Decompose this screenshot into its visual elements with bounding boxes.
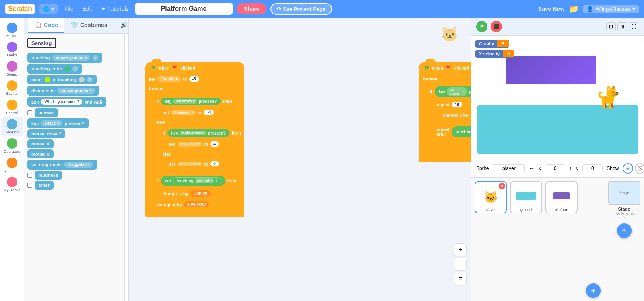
forever-block[interactable]: forever <box>145 84 244 93</box>
mouse-down-block[interactable]: mouse down? <box>27 129 121 138</box>
project-title-input[interactable] <box>135 3 233 15</box>
script-area: ⚑ when 🚩 clicked set Gravity ▾ to -5 for… <box>129 18 471 301</box>
key-pressed-block[interactable]: key space ▾ pressed? <box>27 118 121 128</box>
backdrops-count: 1 <box>623 216 625 220</box>
ask-block[interactable]: ask What's your name? and wait <box>27 97 121 107</box>
tutorials-button[interactable]: ✦ Tutorials <box>99 4 131 14</box>
sprite-label: Sprite <box>476 166 489 171</box>
sidebar-item-sensing[interactable]: Sensing <box>1 117 23 136</box>
stage-panel: ⚑ ⬛ ⊡ ⊞ ⛶ Gravity 5 X velocity 0 <box>471 18 644 301</box>
sound-label: Sound <box>6 72 17 76</box>
sprite-delete-player[interactable]: ✕ <box>499 183 505 189</box>
hat-block-left[interactable]: ⚑ when 🚩 clicked <box>145 62 244 74</box>
sprite-thumb-platform[interactable]: platform <box>545 181 578 213</box>
sprite-info: Sprite ↔ x ↕ y Show 👁 🚫 Size Direction <box>471 160 644 177</box>
see-project-button[interactable]: ⟳ See Project Page <box>270 3 332 15</box>
distance-to-block[interactable]: distance to mouse-pointer ▾ <box>27 86 121 96</box>
stage-thumbnail[interactable]: Stage <box>608 181 640 205</box>
zoom-in-button[interactable]: + <box>454 243 467 256</box>
set-gravity-block[interactable]: set Gravity ▾ to -5 <box>145 74 244 84</box>
small-stage-button[interactable]: ⊡ <box>606 22 616 31</box>
file-menu[interactable]: File <box>62 4 76 14</box>
add-sprite-button[interactable]: + <box>586 283 601 298</box>
show-hidden-button[interactable]: 🚫 <box>635 163 644 174</box>
sidebar-item-looks[interactable]: Looks <box>1 40 23 59</box>
mouse-y-block[interactable]: mouse y <box>27 149 121 158</box>
set-drag-mode-block[interactable]: set drag mode draggable ▾ <box>27 160 121 170</box>
x-label: x <box>539 166 541 171</box>
share-button[interactable]: Share <box>237 3 267 14</box>
scratch-logo[interactable]: Scratch <box>5 4 35 14</box>
scratch-cat-icon: 🐱 <box>441 26 459 43</box>
globe-chevron: ▾ <box>51 6 54 12</box>
editor-tabs: 📋 Code 👕 Costumes 🔊 Sounds <box>24 18 128 34</box>
user-avatar-icon: 👤 <box>587 6 593 12</box>
script-group-left: ⚑ when 🚩 clicked set Gravity ▾ to -5 for… <box>145 62 244 217</box>
user-avatar[interactable]: 👤 WiingyClasses ▾ <box>583 5 639 13</box>
sidebar-item-events[interactable]: Events <box>1 79 23 97</box>
sidebar-item-variables[interactable]: Variables <box>1 156 23 174</box>
folder-icon[interactable]: 📁 <box>569 4 579 14</box>
sprite-thumb-ground[interactable]: ground <box>510 181 542 213</box>
user-chevron: ▾ <box>632 6 635 12</box>
normal-stage-button[interactable]: ⊞ <box>617 22 627 31</box>
view-buttons: ⊡ ⊞ ⛶ <box>606 22 639 31</box>
script-group-right: ⚑ when 🚩 clicked forever if key up arrow… <box>419 62 471 162</box>
looks-label: Looks <box>7 53 17 57</box>
categories-panel: Motion Looks Sound Events Control Sensin… <box>0 18 24 301</box>
gravity-monitor: Gravity 5 <box>475 40 509 48</box>
sprite-stage-area: ✕ 🐱 player ground platform + <box>471 177 644 301</box>
edit-menu[interactable]: Edit <box>80 4 95 14</box>
fullscreen-button[interactable]: ⛶ <box>629 22 639 31</box>
loudness-block[interactable]: loudness <box>27 171 121 180</box>
xvelocity-monitor: X velocity 0 <box>475 50 514 58</box>
operators-label: Operators <box>4 149 20 154</box>
timer-block[interactable]: timer <box>27 181 121 190</box>
sidebar-item-motion[interactable]: Motion <box>1 21 23 39</box>
sidebar-item-operators[interactable]: Operators <box>1 137 23 155</box>
zoom-out-button[interactable]: − <box>454 258 467 270</box>
stage-ground <box>477 105 638 154</box>
operators-circle <box>7 138 17 149</box>
sprite-y-input[interactable] <box>582 164 603 172</box>
myblocks-label: My Blocks <box>4 188 20 192</box>
control-circle <box>7 100 17 110</box>
globe-button[interactable]: 🌐 ▾ <box>39 4 58 14</box>
tab-code[interactable]: 📋 Code <box>28 18 64 33</box>
xvelocity-monitor-label: X velocity <box>476 50 503 57</box>
sidebar-item-control[interactable]: Control <box>1 98 23 117</box>
mouse-x-block[interactable]: mouse x <box>27 139 121 148</box>
stage-controls: ⚑ ⬛ ⊡ ⊞ ⛶ <box>471 18 644 36</box>
topbar: Scratch 🌐 ▾ File Edit ✦ Tutorials Share … <box>0 0 644 18</box>
color-touching-block[interactable]: color is touching ? <box>27 75 121 84</box>
code-tab-label: Code <box>44 22 58 28</box>
zoom-reset-button[interactable]: = <box>454 272 467 285</box>
gravity-monitor-value: 5 <box>497 40 509 47</box>
stage-canvas: Gravity 5 X velocity 0 🐈 <box>471 36 644 160</box>
sidebar-item-myblocks[interactable]: My Blocks <box>1 175 23 194</box>
script-canvas[interactable]: ⚑ when 🚩 clicked set Gravity ▾ to -5 for… <box>129 18 471 301</box>
touching-block[interactable]: touching mouse-pointer ▾ ? <box>27 53 121 63</box>
costumes-tab-label: Costumes <box>80 22 107 28</box>
sprite-thumb-player[interactable]: ✕ 🐱 player <box>475 181 507 213</box>
stage-label: Stage <box>618 207 630 211</box>
save-now-button[interactable]: Save Now <box>538 6 565 12</box>
sprite-name-input[interactable] <box>493 164 525 172</box>
sensing-circle <box>7 119 17 129</box>
add-backdrop-button[interactable]: + <box>617 223 632 238</box>
answer-block[interactable]: answer <box>27 108 121 117</box>
sidebar-item-sound[interactable]: Sound <box>1 59 23 78</box>
sprite-x-input[interactable] <box>545 164 565 172</box>
forever-body: if key left arrow ▾ pressed? then se <box>145 93 244 214</box>
show-visible-button[interactable]: 👁 <box>623 163 633 174</box>
stage-purple-rect <box>506 56 596 84</box>
touching-color-block[interactable]: touching color ? <box>27 64 121 74</box>
main-area: Motion Looks Sound Events Control Sensin… <box>0 18 644 301</box>
hat-block-right[interactable]: ⚑ when 🚩 clicked <box>419 62 471 74</box>
events-circle <box>7 80 17 91</box>
stop-button[interactable]: ⬛ <box>491 21 502 32</box>
tab-costumes[interactable]: 👕 Costumes <box>64 18 114 33</box>
show-buttons: 👁 🚫 <box>623 163 644 174</box>
player-sprite: 🐈 <box>596 85 622 109</box>
green-flag-button[interactable]: ⚑ <box>476 21 487 32</box>
